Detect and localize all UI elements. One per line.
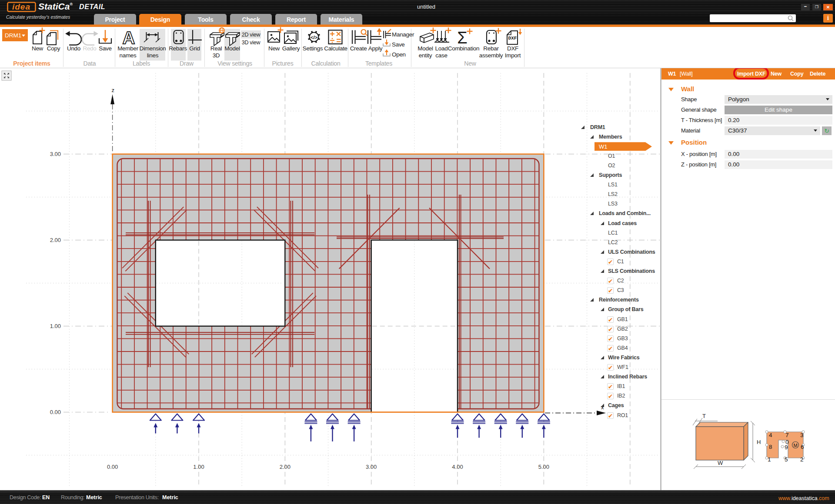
svg-text:A: A: [123, 28, 135, 47]
svg-text:5.00: 5.00: [538, 464, 549, 470]
svg-text:DRM1: DRM1: [5, 32, 21, 39]
svg-text:H: H: [757, 439, 761, 445]
svg-text:Redo: Redo: [83, 45, 96, 52]
svg-text:DXF: DXF: [508, 36, 517, 41]
svg-text:3D: 3D: [213, 52, 220, 59]
svg-text:Member: Member: [117, 45, 139, 52]
svg-text:New: New: [32, 45, 43, 52]
svg-text:DXF: DXF: [507, 45, 518, 52]
svg-text:Rebars: Rebars: [169, 45, 187, 52]
svg-text:Pictures: Pictures: [272, 60, 294, 67]
svg-text:8: 8: [769, 444, 772, 450]
svg-text:2D view: 2D view: [242, 32, 261, 38]
svg-text:Apply: Apply: [368, 45, 383, 52]
svg-text:3D view: 3D view: [242, 40, 261, 46]
svg-text:Gallery: Gallery: [282, 45, 300, 52]
svg-text:case: case: [435, 52, 447, 59]
svg-text:T: T: [702, 413, 706, 419]
svg-text:3.00: 3.00: [50, 151, 61, 157]
svg-text:Calculation: Calculation: [311, 60, 340, 67]
svg-text:Save: Save: [392, 41, 405, 48]
svg-text:Settings: Settings: [303, 45, 323, 52]
svg-text:M: M: [793, 443, 797, 448]
svg-text:Import: Import: [505, 52, 521, 59]
svg-text:9: 9: [785, 444, 788, 451]
svg-text:4: 4: [769, 432, 772, 438]
svg-text:1.00: 1.00: [50, 323, 61, 329]
svg-text:Calculate: Calculate: [324, 45, 347, 52]
svg-text:2.00: 2.00: [280, 464, 291, 470]
svg-text:Undo: Undo: [67, 45, 80, 52]
svg-text:Grid: Grid: [189, 45, 200, 52]
svg-text:Σ: Σ: [457, 29, 468, 47]
svg-text:W: W: [718, 460, 723, 466]
svg-text:0.00: 0.00: [50, 409, 61, 415]
svg-text:Model: Model: [224, 45, 240, 52]
svg-text:Load: Load: [435, 45, 448, 52]
svg-text:Dimension: Dimension: [139, 45, 166, 52]
svg-text:0.00: 0.00: [107, 464, 118, 470]
svg-text:entity: entity: [419, 52, 432, 59]
svg-text:1.00: 1.00: [193, 464, 204, 470]
svg-text:7: 7: [785, 432, 789, 438]
svg-text:2.00: 2.00: [50, 237, 61, 243]
svg-text:Model: Model: [418, 45, 433, 52]
svg-text:Labels: Labels: [133, 60, 150, 67]
svg-text:3: 3: [800, 432, 804, 438]
svg-text:Data: Data: [84, 60, 96, 67]
svg-text:Draw: Draw: [180, 60, 194, 67]
svg-text:Combination: Combination: [448, 45, 480, 52]
svg-text:Copy: Copy: [47, 45, 60, 52]
svg-text:Save: Save: [99, 45, 112, 52]
svg-text:New: New: [268, 45, 280, 52]
svg-text:5: 5: [785, 456, 788, 463]
svg-text:Open: Open: [392, 51, 406, 58]
svg-text:assembly: assembly: [479, 52, 503, 59]
svg-text:Rebar: Rebar: [483, 45, 499, 52]
svg-text:Project items: Project items: [13, 60, 50, 67]
svg-text:1: 1: [768, 456, 771, 463]
svg-text:Templates: Templates: [365, 60, 392, 67]
svg-text:3.00: 3.00: [366, 464, 377, 470]
svg-text:4.00: 4.00: [452, 464, 463, 470]
svg-text:names: names: [119, 52, 137, 59]
svg-text:New: New: [464, 60, 476, 67]
svg-text:6: 6: [801, 444, 804, 450]
svg-text:View settings: View settings: [217, 60, 252, 67]
svg-text:Manager: Manager: [392, 31, 414, 38]
svg-text:lines: lines: [147, 52, 159, 59]
svg-text:Real: Real: [210, 45, 222, 52]
svg-text:</>: </>: [311, 35, 318, 40]
svg-text:idea: idea: [12, 2, 30, 11]
svg-text:2: 2: [800, 456, 804, 463]
svg-text:Create: Create: [350, 45, 367, 52]
svg-text:z: z: [112, 87, 115, 93]
